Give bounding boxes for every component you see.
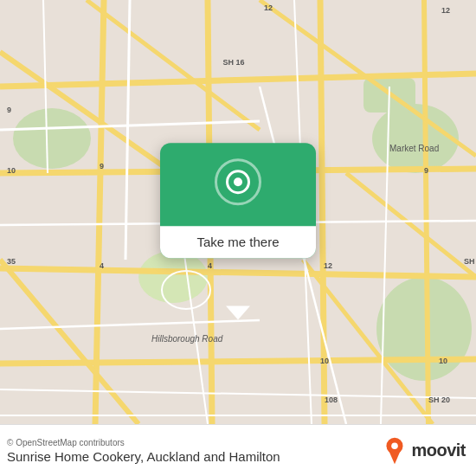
moovit-text: moovit <box>411 441 466 460</box>
svg-text:4: 4 <box>100 261 104 270</box>
svg-text:10: 10 <box>320 357 329 365</box>
svg-text:9: 9 <box>7 106 11 114</box>
location-icon-wrap <box>215 158 261 205</box>
svg-text:12: 12 <box>264 3 273 12</box>
svg-point-1 <box>13 108 91 169</box>
map-container: SH 16 12 12 9 10 35 9 4 4 12 10 9 SH 10 … <box>0 0 476 424</box>
svg-text:10: 10 <box>439 357 447 365</box>
popup-card: Take me there <box>160 143 316 258</box>
copyright-text: © OpenStreetMap contributors <box>7 438 280 447</box>
svg-text:SH: SH <box>464 257 475 266</box>
bottom-bar: © OpenStreetMap contributors Sunrise Hom… <box>0 424 476 476</box>
svg-text:4: 4 <box>208 261 212 270</box>
svg-text:Market Road: Market Road <box>389 144 439 153</box>
svg-text:9: 9 <box>100 162 104 170</box>
svg-text:108: 108 <box>325 396 338 404</box>
svg-point-52 <box>392 442 399 449</box>
location-pin-icon <box>226 170 250 194</box>
popup-tail <box>226 306 250 319</box>
location-name: Sunrise Home Cookery, Auckland and Hamil… <box>7 449 280 464</box>
svg-text:35: 35 <box>7 257 16 266</box>
svg-text:SH 16: SH 16 <box>222 58 244 67</box>
moovit-logo[interactable]: moovit <box>378 434 466 467</box>
moovit-icon <box>378 434 411 467</box>
bottom-left: © OpenStreetMap contributors Sunrise Hom… <box>7 438 280 464</box>
take-me-there-button[interactable]: Take me there <box>160 226 316 258</box>
svg-text:12: 12 <box>441 6 450 15</box>
svg-marker-51 <box>389 451 401 464</box>
svg-text:12: 12 <box>324 261 332 270</box>
svg-text:Hillsborough Road: Hillsborough Road <box>151 334 223 344</box>
svg-point-3 <box>376 277 472 381</box>
svg-text:9: 9 <box>424 166 428 175</box>
svg-text:10: 10 <box>7 166 16 175</box>
svg-text:SH 20: SH 20 <box>428 396 450 404</box>
svg-point-4 <box>138 251 208 303</box>
svg-line-9 <box>0 359 476 363</box>
